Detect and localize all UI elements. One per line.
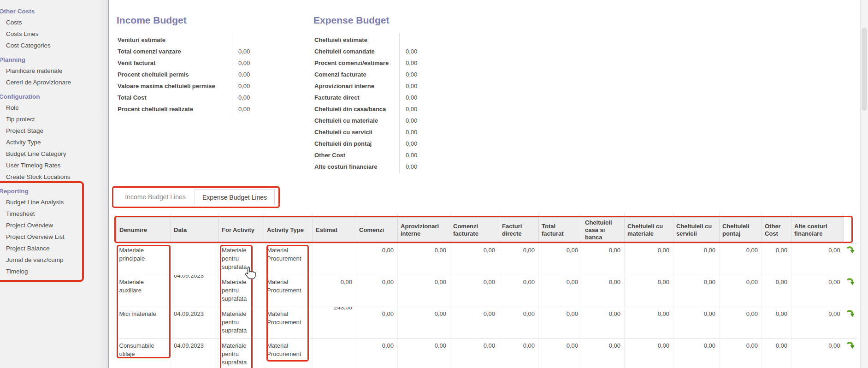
cell-data: 04.09.2023	[171, 307, 219, 338]
strip-cell	[844, 213, 858, 217]
scrollbar-thumb[interactable]	[862, 28, 867, 111]
sidebar-item-cereri-de-aprovizionare[interactable]: Cereri de Aprovizionare	[0, 77, 108, 88]
sidebar: Other CostsCostsCosts LinesCost Categori…	[0, 0, 109, 368]
drilldown-arrow-icon[interactable]	[847, 309, 855, 317]
cell-aprovizionari-interne: 0,00	[398, 275, 450, 307]
table-row-consumabile-utilaje[interactable]: Consumabile utilaje04.09.2023Materiale p…	[117, 338, 858, 368]
sidebar-item-project-stage[interactable]: Project Stage	[0, 125, 108, 137]
cell-row-action	[844, 338, 858, 368]
cell-row-action	[844, 275, 858, 307]
strip-cell	[762, 213, 791, 217]
sidebar-item-user-timelog-rates[interactable]: User Timelog Rates	[0, 160, 108, 171]
table-row-materiale-auxiliare[interactable]: Materiale auxiliare04.09.2023Materiale p…	[117, 275, 858, 307]
sidebar-item-planificare-materiale[interactable]: Planificare materiale	[0, 65, 108, 77]
cell-estimat	[313, 338, 356, 368]
sidebar-item-timelog[interactable]: Timelog	[0, 266, 108, 277]
expense-field-label: Cheltuieli din casa/banca	[314, 106, 400, 113]
cell-cheltuieli-casa-si-banca: 0,00	[582, 338, 625, 368]
expense-field-label: Facturate direct	[314, 94, 400, 101]
drilldown-arrow-icon[interactable]	[847, 278, 855, 285]
drilldown-arrow-icon[interactable]	[847, 341, 855, 349]
cell-total-facturat: 0,00	[539, 338, 582, 368]
expense-field-label: Cheltuieli cu materiale	[314, 117, 400, 124]
expense-field-row-cheltuieli-comandate: Cheltuieli comandate0,00	[314, 46, 417, 57]
cell-row-action	[844, 307, 858, 338]
column-header-total-facturat[interactable]: Total facturat	[539, 217, 582, 243]
expense-field-value: 0,00	[400, 140, 417, 147]
column-header-data[interactable]: Data	[171, 217, 219, 243]
sidebar-section-other-costs: Other Costs	[0, 3, 108, 17]
vertical-scrollbar[interactable]	[860, 0, 868, 368]
cell-alte-costuri-financiare: 0,00	[791, 243, 844, 275]
expense-field-label: Comenzi facturate	[314, 71, 400, 78]
tab-income-budget-lines[interactable]: Income Budget Lines	[116, 189, 195, 205]
column-header-activity-type[interactable]: Activity Type	[264, 217, 313, 243]
table-row-mici-materiale[interactable]: Mici materiale04.09.2023Materiale pentru…	[117, 307, 858, 338]
column-header-cheltuieli-casa-si-banca[interactable]: Cheltuieli casa si banca	[582, 217, 625, 243]
expense-field-value: 0,00	[400, 152, 417, 159]
sidebar-item-project-balance[interactable]: Project Balance	[0, 243, 108, 254]
cell-comenzi: 0,00	[356, 275, 398, 307]
cell-comenzi-facturate: 0,00	[450, 338, 499, 368]
column-header-comenzi[interactable]: Comenzi	[356, 217, 398, 243]
drilldown-arrow-icon[interactable]	[847, 246, 855, 254]
strip-cell	[791, 213, 844, 217]
column-header-other-cost[interactable]: Other Cost	[762, 217, 791, 243]
cell-cheltuieli-casa-si-banca: 0,00	[582, 275, 625, 307]
sidebar-item-cost-categories[interactable]: Cost Categories	[0, 40, 108, 51]
sidebar-item-budget-line-category[interactable]: Budget Line Category	[0, 148, 108, 160]
sidebar-item-jurnal-de-vanz-cump[interactable]: Jurnal de vanz/cump	[0, 254, 108, 266]
column-header-comenzi-facturate[interactable]: Comenzi facturate	[450, 217, 499, 243]
cell-text: Material Procurement	[267, 278, 307, 295]
cell-text: Material Procurement	[267, 342, 307, 358]
column-header-aprovizionari-interne[interactable]: Aprovizionari interne	[398, 217, 450, 243]
sidebar-item-costs[interactable]: Costs	[0, 17, 108, 28]
column-header-facturi-directe[interactable]: Facturi directe	[499, 217, 539, 243]
expense-budget-fields: Cheltuieli estimateCheltuieli comandate0…	[314, 34, 417, 172]
sidebar-item-project-overview-list[interactable]: Project Overview List	[0, 231, 108, 243]
cell-other-cost: 0,00	[762, 275, 791, 307]
column-header-alte-costuri-financiare[interactable]: Alte costuri financiare	[791, 217, 844, 243]
column-header-cheltuieli-cu-servicii[interactable]: Cheltuieli cu servicii	[673, 217, 720, 243]
column-header-cheltuieli-cu-materiale[interactable]: Cheltuieli cu materiale	[625, 217, 673, 243]
income-field-value: 0,00	[233, 59, 250, 66]
cell-data: 04.09.2023	[171, 338, 219, 368]
sidebar-item-tip-proiect[interactable]: Tip proiect	[0, 113, 108, 125]
sidebar-item-budget-line-analysis[interactable]: Budget Line Analysis	[0, 196, 108, 208]
strip-cell	[117, 213, 171, 217]
cell-total-facturat: 0,00	[539, 275, 582, 307]
column-header-estimat[interactable]: Estimat	[313, 217, 356, 243]
cell-comenzi: 0,00	[356, 307, 398, 338]
tab-expense-budget-lines[interactable]: Expense Budget Lines	[195, 189, 275, 205]
expense-field-row-aprovizionari-interne: Aprovizionari interne0,00	[314, 80, 417, 92]
expense-field-label: Aprovizionari interne	[314, 83, 400, 89]
cell-text: Materiale pentru suprafata	[222, 310, 251, 335]
cell-cheltuieli-pontaj: 0,00	[720, 275, 762, 307]
column-header-cheltuieli-pontaj[interactable]: Cheltuieli pontaj	[720, 217, 762, 243]
expense-field-value: 0,00	[400, 59, 417, 66]
sidebar-item-timesheet[interactable]: Timesheet	[0, 208, 108, 220]
income-field-row-procent-cheltuieli-realizate: Procent cheltuieli realizate0,00	[118, 103, 250, 115]
sidebar-item-costs-lines[interactable]: Costs Lines	[0, 28, 108, 40]
cell-comenzi-facturate: 0,00	[450, 275, 499, 307]
sidebar-item-role[interactable]: Role	[0, 102, 108, 113]
expense-field-value: 0,00	[400, 163, 417, 170]
income-field-value: 0,00	[233, 94, 250, 101]
cell-total-facturat: 0,00	[539, 243, 582, 275]
column-header-denumire[interactable]: Denumire	[117, 217, 171, 243]
cell-denumire: Materiale principale	[117, 243, 171, 275]
strip-cell	[398, 213, 450, 217]
strip-cell	[625, 213, 673, 217]
cell-facturi-directe: 0,00	[499, 307, 539, 338]
cell-activity-type: Material Procurement	[264, 243, 313, 275]
table-row-materiale-principale[interactable]: Materiale principaleMateriale pentru sup…	[117, 243, 858, 275]
sidebar-item-project-overview[interactable]: Project Overview	[0, 220, 108, 231]
expense-field-value: 0,00	[400, 106, 417, 113]
column-header-for-activity[interactable]: For Activity	[219, 217, 264, 243]
sidebar-section-reporting: Reporting	[0, 183, 108, 196]
expense-field-label: Cheltuieli estimate	[314, 36, 400, 43]
sidebar-item-create-stock-locations[interactable]: Create Stock Locations	[0, 171, 108, 183]
cell-data: 04.09.2023	[171, 275, 219, 307]
sidebar-item-activity-type[interactable]: Activity Type	[0, 137, 108, 148]
expense-field-row-cheltuieli-din-pontaj: Cheltuieli din pontaj0,00	[314, 138, 417, 149]
